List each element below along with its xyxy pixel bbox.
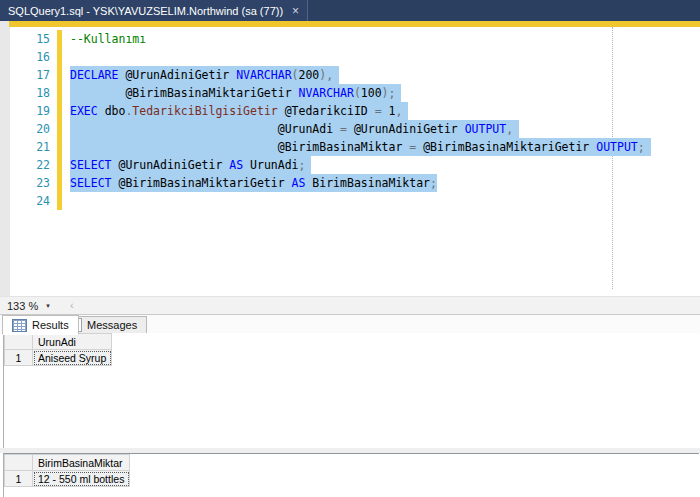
- line-number[interactable]: 24: [10, 192, 50, 210]
- line-number[interactable]: 20: [10, 120, 50, 138]
- code-text: @BirimBasinaMiktariGetir NVARCHAR(100);: [70, 84, 401, 102]
- line-number[interactable]: 22: [10, 156, 50, 174]
- close-icon[interactable]: ×: [292, 5, 299, 17]
- code-text: DECLARE @UrunAdiniGetir NVARCHAR(200),: [70, 66, 339, 84]
- code-line-17[interactable]: 17DECLARE @UrunAdiniGetir NVARCHAR(200),: [0, 66, 700, 84]
- code-line-22[interactable]: 22SELECT @UrunAdiniGetir AS UrunAdi;: [0, 156, 700, 174]
- code-text: EXEC dbo.TedarikciBilgisiGetir @Tedarikc…: [70, 102, 408, 120]
- line-number[interactable]: 15: [10, 30, 50, 48]
- tab-messages-label: Messages: [87, 319, 137, 331]
- document-tab-title: SQLQuery1.sql - YSK\YAVUZSELIM.Northwind…: [8, 5, 283, 17]
- results-grid-panel-urunadi: UrunAdi1Aniseed Syrup: [3, 333, 699, 448]
- line-number[interactable]: 18: [10, 84, 50, 102]
- ssms-window: { "tab": { "title": "SQLQuery1.sql - YSK…: [0, 0, 700, 497]
- tab-results-label: Results: [32, 319, 69, 331]
- results-grid: UrunAdi1Aniseed Syrup: [4, 333, 112, 366]
- sql-editor[interactable]: 15--Kullanımı1617DECLARE @UrunAdiniGetir…: [0, 27, 700, 296]
- code-text: SELECT @UrunAdiniGetir AS UrunAdi;: [70, 156, 311, 174]
- line-number[interactable]: 21: [10, 138, 50, 156]
- table-row: 1Aniseed Syrup: [5, 350, 112, 366]
- zoom-level-dropdown[interactable]: 133 % ▾: [3, 298, 54, 313]
- code-text: --Kullanımı: [70, 30, 146, 48]
- grid-column-header[interactable]: BirimBasinaMiktar: [33, 455, 130, 471]
- document-tab-bar: SQLQuery1.sql - YSK\YAVUZSELIM.Northwind…: [0, 0, 700, 21]
- grid-row-header[interactable]: 1: [5, 350, 33, 366]
- grid-row-header[interactable]: 1: [5, 471, 33, 487]
- chevron-down-icon: ▾: [46, 302, 50, 310]
- code-text: SELECT @BirimBasinaMiktariGetir AS Birim…: [70, 174, 437, 192]
- grid-corner-cell[interactable]: [5, 455, 33, 471]
- line-number[interactable]: 17: [10, 66, 50, 84]
- code-text: @BirimBasinaMiktar = @BirimBasinaMiktari…: [70, 138, 651, 156]
- code-line-19[interactable]: 19EXEC dbo.TedarikciBilgisiGetir @Tedari…: [0, 102, 700, 120]
- tab-results[interactable]: Results: [2, 315, 79, 335]
- line-number[interactable]: 23: [10, 174, 50, 192]
- document-tab-sqlquery1[interactable]: SQLQuery1.sql - YSK\YAVUZSELIM.Northwind…: [0, 0, 308, 21]
- code-line-20[interactable]: 20 @UrunAdi = @UrunAdiniGetir OUTPUT,: [0, 120, 700, 138]
- code-line-24[interactable]: 24: [0, 192, 700, 210]
- code-line-16[interactable]: 16: [0, 48, 700, 66]
- results-grid: BirimBasinaMiktar112 - 550 ml bottles: [4, 454, 130, 487]
- results-grid-icon: [12, 319, 27, 332]
- grid-cell-value[interactable]: 12 - 550 ml bottles: [33, 471, 130, 487]
- results-tab-bar: Results Messages: [0, 314, 700, 334]
- code-text: @UrunAdi = @UrunAdiniGetir OUTPUT,: [70, 120, 519, 138]
- code-line-15[interactable]: 15--Kullanımı: [0, 30, 700, 48]
- line-number[interactable]: 19: [10, 102, 50, 120]
- grid-column-header[interactable]: UrunAdi: [33, 334, 112, 350]
- table-row: 112 - 550 ml bottles: [5, 471, 130, 487]
- grid-corner-cell[interactable]: [5, 334, 33, 350]
- grid-cell-value[interactable]: Aniseed Syrup: [33, 350, 112, 366]
- code-line-23[interactable]: 23SELECT @BirimBasinaMiktariGetir AS Bir…: [0, 174, 700, 192]
- results-grid-panel-birimbasinamiktar: BirimBasinaMiktar112 - 550 ml bottles: [3, 453, 699, 497]
- line-number[interactable]: 16: [10, 48, 50, 66]
- code-line-18[interactable]: 18 @BirimBasinaMiktariGetir NVARCHAR(100…: [0, 84, 700, 102]
- hscroll-left-arrow-icon[interactable]: ‹: [70, 299, 74, 311]
- code-line-21[interactable]: 21 @BirimBasinaMiktar = @BirimBasinaMikt…: [0, 138, 700, 156]
- zoom-level-value: 133 %: [7, 300, 38, 312]
- editor-bottom-strip: 133 % ▾ ‹: [0, 296, 700, 315]
